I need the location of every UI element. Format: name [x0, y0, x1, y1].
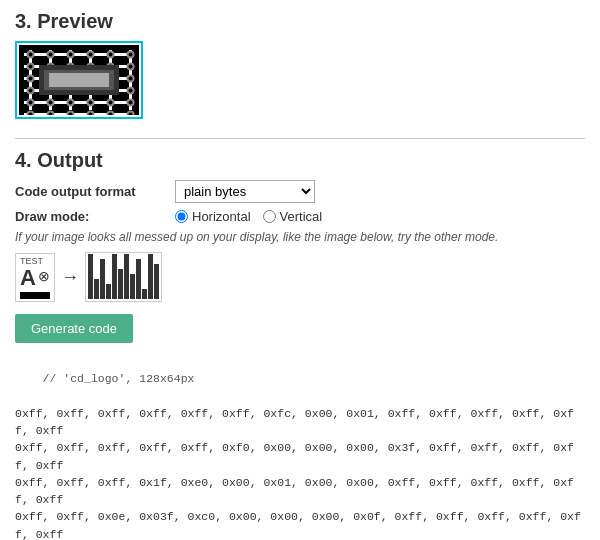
barcode-illustration	[85, 252, 162, 302]
black-bar	[20, 292, 50, 299]
test-label: TEST	[20, 256, 43, 266]
bar1	[88, 254, 93, 299]
code-comment: // 'cd_logo', 128x64px	[43, 372, 195, 385]
code-line: 0xff, 0xff, 0xff, 0x1f, 0xe0, 0x00, 0x01…	[15, 474, 585, 509]
code-line: 0xff, 0xff, 0x0e, 0x03f, 0xc0, 0x00, 0x0…	[15, 508, 585, 540]
horizontal-radio-label[interactable]: Horizontal	[175, 209, 251, 224]
preview-section: 3. Preview	[15, 10, 585, 122]
code-output: // 'cd_logo', 128x64px 0xff, 0xff, 0xff,…	[15, 353, 585, 540]
generate-button[interactable]: Generate code	[15, 314, 133, 343]
horizontal-label: Horizontal	[192, 209, 251, 224]
mode-illustration: TEST A ⊗ →	[15, 252, 585, 302]
bar4	[106, 284, 111, 299]
bar2	[94, 279, 99, 299]
code-line: 0xff, 0xff, 0xff, 0xff, 0xff, 0xf0, 0x00…	[15, 439, 585, 474]
bar12	[154, 264, 159, 299]
bar8	[130, 274, 135, 299]
bar11	[148, 254, 153, 299]
test-char-box: TEST A ⊗	[15, 253, 55, 302]
preview-title: 3. Preview	[15, 10, 585, 33]
code-format-label: Code output format	[15, 184, 175, 199]
vertical-label: Vertical	[280, 209, 323, 224]
horizontal-radio[interactable]	[175, 210, 188, 223]
arrow-icon: →	[61, 267, 79, 288]
draw-mode-label: Draw mode:	[15, 209, 175, 224]
preview-canvas	[19, 45, 139, 115]
bar9	[136, 259, 141, 299]
char-a: A	[20, 267, 36, 289]
vertical-radio-label[interactable]: Vertical	[263, 209, 323, 224]
bar10	[142, 289, 147, 299]
bar6	[118, 269, 123, 299]
char-cross: ⊗	[38, 268, 50, 284]
draw-mode-group: Horizontal Vertical	[175, 209, 322, 224]
info-text: If your image looks all messed up on you…	[15, 230, 585, 244]
divider	[15, 138, 585, 139]
bar7	[124, 254, 129, 299]
bar5	[112, 254, 117, 299]
code-format-select[interactable]: plain bytesArduino codehex arraybinary a…	[175, 180, 315, 203]
output-section: 4. Output Code output format plain bytes…	[15, 149, 585, 540]
preview-image-box	[15, 41, 143, 119]
code-format-row: Code output format plain bytesArduino co…	[15, 180, 585, 203]
code-lines: 0xff, 0xff, 0xff, 0xff, 0xff, 0xff, 0xfc…	[15, 405, 585, 540]
code-line: 0xff, 0xff, 0xff, 0xff, 0xff, 0xff, 0xfc…	[15, 405, 585, 440]
draw-mode-row: Draw mode: Horizontal Vertical	[15, 209, 585, 224]
output-title: 4. Output	[15, 149, 585, 172]
bar3	[100, 259, 105, 299]
vertical-radio[interactable]	[263, 210, 276, 223]
